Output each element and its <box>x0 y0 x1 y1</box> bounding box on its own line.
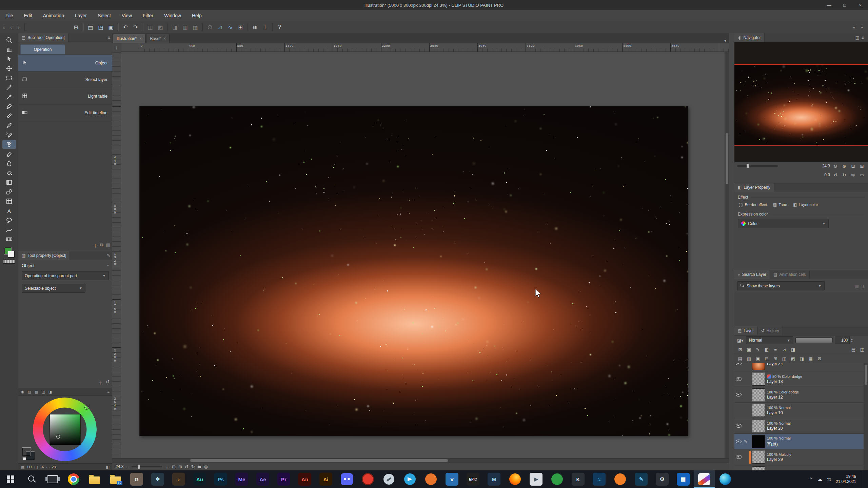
toolbar-nav-0[interactable]: « <box>0 23 7 31</box>
layer-row[interactable]: 100 % NormalLayer 10 <box>734 403 864 418</box>
operation-tool[interactable] <box>2 55 16 63</box>
tone-button[interactable]: ▩Tone <box>773 202 787 207</box>
layer-visibility-toggle[interactable] <box>734 424 743 428</box>
layer-row[interactable]: 100 % Normal <box>734 465 864 470</box>
layer-thumbnail[interactable] <box>752 373 765 386</box>
canvas-viewport[interactable] <box>121 52 729 458</box>
snap-to-ruler-button[interactable]: ⊿ <box>215 22 225 32</box>
transfer-to-below-icon[interactable]: ⊟ <box>763 355 770 362</box>
subtool-item-edit-timeline[interactable]: Edit timeline <box>18 105 112 121</box>
add-subtool-icon[interactable]: ＋ <box>93 242 97 249</box>
dock-divider[interactable] <box>729 33 735 470</box>
snap-to-special-ruler-button[interactable]: ∿ <box>225 22 235 32</box>
expression-color-dropdown[interactable]: Color ▼ <box>738 219 829 228</box>
subtool-item-select-layer[interactable]: Select layer <box>18 72 112 88</box>
opacity-slider[interactable] <box>795 338 833 343</box>
tool-property-edit-icon[interactable]: ✎ <box>107 253 110 258</box>
selection-tool[interactable] <box>2 74 16 82</box>
combine-to-below-icon[interactable]: ⊞ <box>772 355 779 362</box>
new-raster-layer-icon[interactable]: ▤ <box>736 355 744 362</box>
intermediate-color-tab[interactable]: ◫ <box>41 390 45 394</box>
frame-tool[interactable] <box>2 197 16 206</box>
adobe-illustrator[interactable]: Ai <box>315 470 336 488</box>
figure-tool[interactable] <box>2 187 16 196</box>
horizontal-scrollbar[interactable] <box>112 458 729 463</box>
layer-visibility-toggle[interactable] <box>734 455 743 459</box>
eraser-tool[interactable] <box>2 149 16 158</box>
transparent-color-chip[interactable] <box>22 457 26 461</box>
blend-mode-dropdown[interactable]: Normal ▼ <box>746 336 793 344</box>
menu-select[interactable]: Select <box>92 10 116 21</box>
decoration-tool[interactable] <box>2 140 16 149</box>
menu-view[interactable]: View <box>116 10 137 21</box>
blend-tool[interactable] <box>2 159 16 168</box>
undo-button[interactable]: ↶ <box>120 22 131 32</box>
pencil-tool[interactable] <box>2 111 16 120</box>
auto-select-tool[interactable] <box>2 83 16 92</box>
menu-window[interactable]: Window <box>159 10 186 21</box>
search-settings-icon[interactable]: ◫ <box>862 284 865 288</box>
chrome[interactable] <box>63 470 84 488</box>
vanish-point-snap-button[interactable]: ⊥ <box>260 22 270 32</box>
search-layer-tab[interactable]: ⌕ Search Layer <box>734 270 770 279</box>
delete-subtool-icon[interactable]: ▥ <box>106 242 110 249</box>
adobe-audition[interactable]: Au <box>189 470 210 488</box>
task-view-button[interactable] <box>42 470 63 488</box>
play-app[interactable]: ▶ <box>526 470 547 488</box>
enable-mask-icon[interactable]: ◨ <box>789 346 797 353</box>
zoom-in-icon[interactable]: ⊕ <box>841 163 848 169</box>
color-wheel-tab[interactable]: ◉ <box>21 390 24 394</box>
new-file-button[interactable]: ▤ <box>85 22 96 32</box>
hidden-icons-chevron[interactable]: ⌃ <box>809 476 813 482</box>
navigator-zoom-thumb[interactable] <box>747 164 749 168</box>
color-set-tab[interactable]: ▦ <box>35 390 38 394</box>
wave-app[interactable]: ≈ <box>589 470 610 488</box>
rotate-right-icon[interactable]: ↻ <box>841 171 848 178</box>
toolbar-nav-1[interactable]: ‹ <box>7 23 15 31</box>
discord[interactable] <box>336 470 357 488</box>
line-correction-tool[interactable] <box>2 225 16 234</box>
flip-horizontal-icon[interactable]: ⇋ <box>198 464 201 469</box>
open-file-button[interactable]: ◳ <box>96 22 106 32</box>
tool-property-tab[interactable]: ▥ Tool property [Object] <box>18 251 70 260</box>
flip-horizontal-icon[interactable]: ⇋ <box>850 171 856 178</box>
adobe-premiere[interactable]: Pr <box>273 470 294 488</box>
layer-row[interactable]: 100 % Color dodgeLayer 12 <box>734 387 864 403</box>
taskbar-clock[interactable]: 19:46 21.04.2021 <box>836 474 856 484</box>
subtool-group-tab[interactable]: Operation <box>20 44 65 55</box>
navigator-tab[interactable]: ◎ Navigator <box>734 33 765 42</box>
minimize-button[interactable]: — <box>821 0 837 10</box>
menu-help[interactable]: Help <box>186 10 207 21</box>
fox-app[interactable] <box>610 470 631 488</box>
no-snap-button[interactable]: ∅ <box>205 22 215 32</box>
cloud-icon[interactable]: ☁ <box>817 476 822 482</box>
k-app[interactable]: K <box>568 470 589 488</box>
opacity-spinner[interactable]: ▲▼ <box>851 338 853 343</box>
draft-layer[interactable]: ✎ <box>754 346 762 353</box>
ruler-origin-button[interactable]: ＋ <box>112 43 121 52</box>
layer-thumbnail[interactable] <box>752 451 765 464</box>
fit-to-screen-icon[interactable]: ⊡ <box>850 163 856 169</box>
gimp[interactable]: G <box>126 470 147 488</box>
menu-file[interactable]: File <box>0 10 19 21</box>
zoom-out-icon[interactable]: ⊖ <box>832 163 839 169</box>
apply-mask-icon[interactable]: ◩ <box>789 355 797 362</box>
v-app[interactable]: V <box>441 470 462 488</box>
history-tab[interactable]: ↺ History <box>757 326 783 335</box>
edge[interactable] <box>715 470 736 488</box>
adobe-after-effects[interactable]: Ae <box>252 470 273 488</box>
lock-layer[interactable]: ⊠ <box>736 346 744 353</box>
sv-marker[interactable] <box>56 435 60 439</box>
close-tab-icon[interactable]: × <box>139 36 142 41</box>
approx-color-tab[interactable]: ◨ <box>48 390 52 394</box>
zoom-tool[interactable] <box>2 36 16 44</box>
maximize-button[interactable]: □ <box>837 0 852 10</box>
menu-animation[interactable]: Animation <box>38 10 70 21</box>
reselect-button[interactable]: ◩ <box>155 22 165 32</box>
subtool-item-light-table[interactable]: Light table <box>18 88 112 105</box>
layer-row[interactable]: 80 % Color dodgeLayer 13 <box>734 371 864 387</box>
opacity-value[interactable]: 100 <box>835 337 850 344</box>
layer-color-button[interactable]: ◧Layer color <box>793 202 818 207</box>
file-explorer[interactable] <box>84 470 105 488</box>
two-pane-icon[interactable]: ◫ <box>859 346 866 353</box>
